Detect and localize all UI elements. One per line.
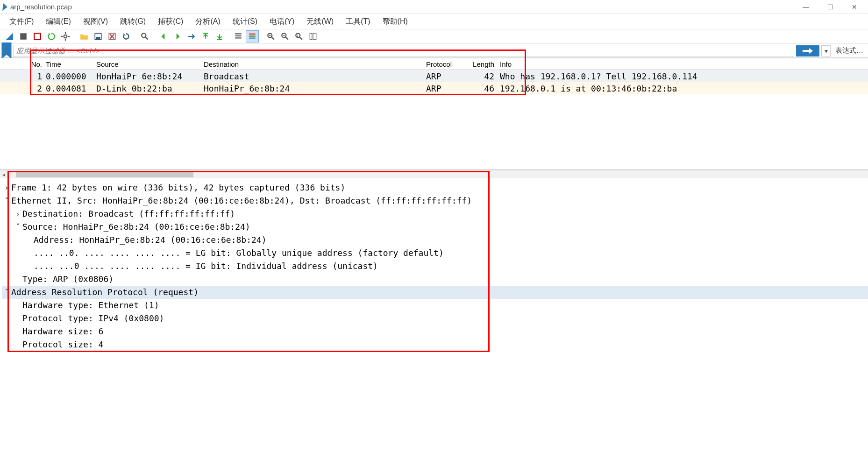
- svg-rect-1: [34, 33, 41, 40]
- menu-item-7[interactable]: 电话(Y): [270, 17, 294, 27]
- pane-scrollbar[interactable]: ◂: [0, 170, 868, 178]
- detail-text: Protocol type: IPv4 (0x0800): [22, 312, 164, 325]
- menu-item-0[interactable]: 文件(F): [9, 17, 34, 27]
- packet-details-pane: ›Frame 1: 42 bytes on wire (336 bits), 4…: [0, 178, 868, 354]
- autoscroll-icon[interactable]: [232, 30, 245, 42]
- toolbar-separator: [152, 30, 156, 42]
- detail-line[interactable]: Address: HonHaiPr_6e:8b:24 (00:16:ce:6e:…: [2, 233, 868, 247]
- col-source[interactable]: Source: [96, 60, 204, 68]
- titlebar: arp_resolution.pcap — ☐ ✕: [0, 0, 868, 14]
- zoomout-icon[interactable]: [278, 30, 292, 42]
- detail-line[interactable]: Protocol type: IPv4 (0x0800): [2, 312, 868, 325]
- save-icon[interactable]: [92, 30, 105, 42]
- tree-toggle-icon[interactable]: ˅: [13, 220, 22, 233]
- detail-text: .... ...0 .... .... .... .... = IG bit: …: [34, 260, 378, 273]
- gobot-icon[interactable]: [213, 30, 226, 42]
- tree-toggle-icon[interactable]: ›: [2, 181, 11, 194]
- svg-rect-21: [249, 37, 256, 39]
- cell-length: 46: [472, 84, 497, 93]
- open-icon[interactable]: [78, 30, 91, 42]
- col-length[interactable]: Length: [472, 60, 497, 68]
- menu-item-8[interactable]: 无线(W): [306, 17, 334, 27]
- svg-rect-32: [310, 33, 312, 40]
- cell-source: HonHaiPr_6e:8b:24: [96, 71, 204, 81]
- detail-line[interactable]: ˅Ethernet II, Src: HonHaiPr_6e:8b:24 (00…: [2, 194, 868, 207]
- fwd-icon[interactable]: [171, 30, 184, 42]
- maximize-button[interactable]: ☐: [822, 3, 838, 11]
- apply-filter-button[interactable]: [796, 45, 819, 56]
- detail-line[interactable]: ˅Source: HonHaiPr_6e:8b:24 (00:16:ce:6e:…: [2, 220, 868, 233]
- detail-text: Hardware type: Ethernet (1): [22, 299, 159, 312]
- menu-item-6[interactable]: 统计(S): [233, 17, 257, 27]
- svg-point-2: [64, 35, 67, 38]
- bookmark-icon[interactable]: [0, 44, 13, 57]
- col-protocol[interactable]: Protocol: [426, 60, 472, 68]
- menu-item-3[interactable]: 跳转(G): [120, 17, 146, 27]
- toolbar-separator: [227, 30, 231, 42]
- reload-icon[interactable]: [120, 30, 133, 42]
- detail-text: Type: ARP (0x0806): [22, 273, 114, 286]
- minimize-button[interactable]: —: [798, 3, 814, 11]
- close-icon[interactable]: [106, 30, 119, 42]
- back-icon[interactable]: [157, 30, 170, 42]
- menu-item-10[interactable]: 帮助(H): [383, 17, 408, 27]
- svg-line-30: [299, 37, 302, 40]
- detail-line[interactable]: ˅Address Resolution Protocol (request): [2, 286, 868, 299]
- fin-icon[interactable]: [3, 30, 16, 42]
- detail-line[interactable]: .... ...0 .... .... .... .... = IG bit: …: [2, 260, 868, 273]
- find-icon[interactable]: [138, 30, 151, 42]
- cell-protocol: ARP: [426, 71, 472, 81]
- coloring-icon[interactable]: [246, 30, 259, 42]
- detail-line[interactable]: Hardware type: Ethernet (1): [2, 299, 868, 312]
- detail-line[interactable]: ›Destination: Broadcast (ff:ff:ff:ff:ff:…: [2, 207, 868, 220]
- cell-no: 2: [6, 84, 46, 93]
- packet-list-body: 10.000000HonHaiPr_6e:8b:24BroadcastARP42…: [0, 70, 868, 94]
- cell-destination: HonHaiPr_6e:8b:24: [204, 84, 426, 93]
- cell-info: Who has 192.168.0.1? Tell 192.168.0.114: [497, 71, 868, 81]
- col-info[interactable]: Info: [497, 60, 868, 68]
- detail-line[interactable]: Hardware size: 6: [2, 325, 868, 338]
- stop-icon[interactable]: [31, 30, 44, 42]
- close-button[interactable]: ✕: [847, 3, 862, 11]
- gotop-icon[interactable]: [199, 30, 212, 42]
- menu-item-1[interactable]: 编辑(E): [46, 17, 71, 27]
- filter-history-dropdown[interactable]: ▾: [821, 45, 831, 56]
- start-icon[interactable]: [17, 30, 30, 42]
- goto-icon[interactable]: [185, 30, 198, 42]
- svg-rect-0: [20, 33, 27, 40]
- menu-item-9[interactable]: 工具(T): [346, 17, 370, 27]
- menu-item-4[interactable]: 捕获(C): [158, 17, 183, 27]
- packet-row[interactable]: 20.004081D-Link_0b:22:baHonHaiPr_6e:8b:2…: [0, 82, 868, 94]
- cell-time: 0.004081: [46, 84, 96, 93]
- zoomin-icon[interactable]: [264, 30, 277, 42]
- cell-time: 0.000000: [46, 71, 96, 81]
- gear-icon[interactable]: [59, 30, 72, 42]
- detail-line[interactable]: .... ..0. .... .... .... .... = LG bit: …: [2, 247, 868, 260]
- detail-text: .... ..0. .... .... .... .... = LG bit: …: [34, 247, 444, 260]
- col-destination[interactable]: Destination: [204, 60, 426, 68]
- col-no[interactable]: No.: [6, 60, 46, 68]
- detail-text: Destination: Broadcast (ff:ff:ff:ff:ff:f…: [22, 207, 235, 220]
- tree-toggle-icon[interactable]: ˅: [2, 286, 11, 299]
- toolbar-separator: [73, 30, 77, 42]
- expression-button[interactable]: 表达式…: [831, 46, 868, 55]
- col-time[interactable]: Time: [46, 60, 96, 68]
- zoomreset-icon[interactable]: 1: [292, 30, 306, 42]
- svg-text:1: 1: [296, 34, 298, 38]
- restart-icon[interactable]: [45, 30, 58, 42]
- detail-line[interactable]: Protocol size: 4: [2, 338, 868, 351]
- detail-line[interactable]: ›Frame 1: 42 bytes on wire (336 bits), 4…: [2, 181, 868, 194]
- detail-text: Frame 1: 42 bytes on wire (336 bits), 42…: [11, 181, 345, 194]
- detail-text: Address Resolution Protocol (request): [11, 286, 199, 299]
- menubar: 文件(F)编辑(E)视图(V)跳转(G)捕获(C)分析(A)统计(S)电话(Y)…: [0, 14, 868, 29]
- tree-toggle-icon[interactable]: ›: [13, 207, 22, 220]
- display-filter-input[interactable]: [13, 45, 794, 57]
- resize-icon[interactable]: [306, 30, 320, 42]
- detail-line[interactable]: Type: ARP (0x0806): [2, 273, 868, 286]
- packet-row[interactable]: 10.000000HonHaiPr_6e:8b:24BroadcastARP42…: [0, 70, 868, 82]
- svg-rect-19: [249, 33, 256, 35]
- tree-toggle-icon[interactable]: ˅: [2, 194, 11, 207]
- menu-item-2[interactable]: 视图(V): [83, 17, 108, 27]
- menu-item-5[interactable]: 分析(A): [195, 17, 220, 27]
- detail-text: Address: HonHaiPr_6e:8b:24 (00:16:ce:6e:…: [34, 233, 267, 247]
